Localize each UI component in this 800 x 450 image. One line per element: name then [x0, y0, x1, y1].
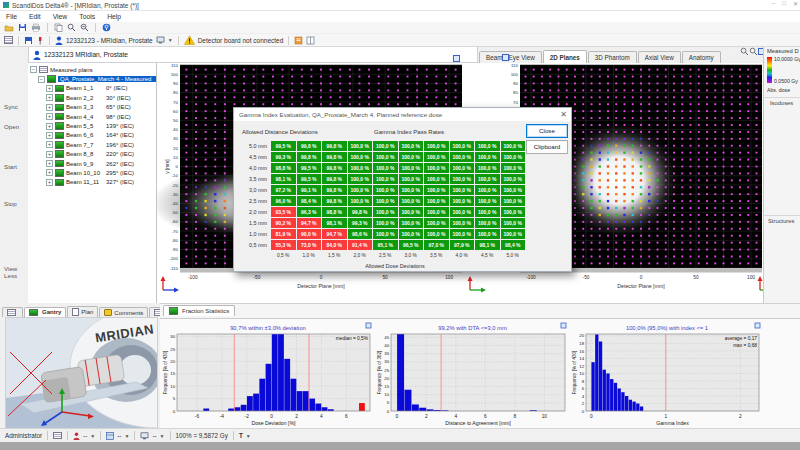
maximize-chart-icon[interactable] — [561, 323, 566, 328]
expand-icon[interactable]: + — [46, 160, 53, 167]
svg-text:6: 6 — [582, 386, 585, 391]
chevron-down-icon[interactable]: ▼ — [90, 433, 95, 439]
svg-text:Frequency [% of 430]: Frequency [% of 430] — [572, 351, 577, 395]
close-button[interactable]: Close — [526, 124, 568, 138]
expand-icon[interactable]: + — [46, 104, 53, 111]
tree-beam-row[interactable]: +Beam 3_365° (IEC) — [28, 103, 156, 112]
zoom-in-icon[interactable] — [740, 47, 749, 56]
tree-beam-row[interactable]: +Beam 8_8220° (IEC) — [28, 150, 156, 159]
pass-rate-cell: 90,2 % — [271, 218, 296, 228]
chevron-down-icon[interactable]: ▼ — [124, 433, 129, 439]
open-folder-icon[interactable] — [4, 23, 14, 32]
chevron-down-icon[interactable]: ▼ — [246, 433, 251, 439]
maximize-right-plot-icon[interactable] — [502, 54, 509, 61]
collapse-icon[interactable]: − — [38, 76, 45, 83]
menu-tools[interactable]: Tools — [73, 13, 101, 20]
pass-rate-cell: 100,0 % — [450, 152, 475, 162]
expand-icon[interactable]: + — [46, 85, 53, 92]
window-panels-icon[interactable] — [306, 36, 315, 45]
window-controls[interactable]: –□✕ — [772, 0, 798, 7]
maximize-left-plot-icon[interactable] — [453, 55, 460, 62]
action-open[interactable]: Open — [4, 123, 28, 130]
patient-selector[interactable]: 12332123 - MRIdian, Prostate — [66, 37, 153, 44]
beam-angle: 327° (IEC) — [106, 179, 134, 185]
monitor-icon — [140, 432, 149, 440]
help-icon[interactable] — [102, 23, 111, 32]
zoom-in-icon[interactable] — [67, 23, 76, 32]
layout-grid-icon[interactable] — [53, 432, 62, 440]
svg-text:4: 4 — [455, 414, 458, 419]
pass-rate-cell: 98,4 % — [501, 240, 526, 250]
tab-anatomy[interactable]: Anatomy — [682, 51, 721, 63]
layout-grid-icon[interactable] — [4, 36, 13, 44]
tab-plan[interactable]: Plan — [67, 306, 98, 317]
tab-axial-view[interactable]: Axial View — [638, 51, 681, 63]
expand-icon[interactable]: + — [46, 169, 53, 176]
expand-icon[interactable]: + — [46, 141, 53, 148]
menu-edit[interactable]: Edit — [23, 13, 47, 20]
pushpin-icon[interactable] — [36, 36, 44, 45]
monitor-icon[interactable] — [156, 36, 165, 44]
gantry-3d-view[interactable]: MRIDIAN — [5, 317, 158, 429]
collapse-icon[interactable]: − — [30, 66, 37, 73]
expand-icon[interactable]: + — [46, 123, 53, 130]
expand-icon[interactable]: + — [46, 113, 53, 120]
text-tool-icon[interactable]: T — [239, 432, 243, 439]
copy-icon[interactable] — [54, 23, 63, 32]
clipboard-button[interactable]: Clipboard — [526, 140, 568, 154]
tree-beam-row[interactable]: +Beam 6_6164° (IEC) — [28, 131, 156, 140]
dose-dev-label: 1,0 % — [297, 253, 322, 258]
tree-beam-row[interactable]: +Beam 9_9262° (IEC) — [28, 159, 156, 168]
zoom-out-icon[interactable] — [749, 47, 758, 56]
tab-fraction-statistics[interactable]: Fraction Statistics — [163, 305, 235, 316]
expand-icon[interactable]: + — [46, 132, 53, 139]
tree-plan-row[interactable]: −QA_Prostate_March 4 - Measured2019-03-1… — [28, 74, 156, 83]
fraction-statistics-panel: Fraction Statistics 051015202530-6-4-202… — [160, 303, 800, 429]
tree-beam-row[interactable]: +Beam 4_498° (IEC) — [28, 112, 156, 121]
expand-icon[interactable]: + — [46, 151, 53, 158]
tab-beam-s-eye-view[interactable]: Beam's Eye View — [479, 51, 542, 63]
tree-beam-row[interactable]: +Beam 10_10295° (IEC) — [28, 168, 156, 177]
svg-text:4: 4 — [320, 414, 323, 419]
tree-beam-row[interactable]: +Beam 2_230° (IEC) — [28, 93, 156, 102]
tree-beam-row[interactable]: +Beam 5_5139° (IEC) — [28, 121, 156, 130]
action-stop[interactable]: Stop — [4, 200, 28, 207]
histograms-area: 051015202530-6-4-20246Dose Deviation [%]… — [160, 318, 800, 430]
tree-beam-row[interactable]: +Beam 7_7196° (IEC) — [28, 140, 156, 149]
svg-text:8: 8 — [514, 414, 517, 419]
maximize-chart-icon[interactable] — [755, 323, 760, 328]
maximize-chart-icon[interactable] — [366, 323, 371, 328]
status-bar: Administrator -- ▼ -- ▼ -- ▼ 100% = 9,58… — [0, 428, 800, 442]
tab-comments[interactable]: Comments — [99, 307, 148, 317]
tree-beam-row[interactable]: +Beam 1_10° (IEC) — [28, 84, 156, 93]
svg-text:12: 12 — [579, 364, 584, 369]
plans-icon — [39, 66, 48, 74]
pass-rate-cell: 100,0 % — [424, 185, 449, 195]
menu-file[interactable]: File — [0, 13, 23, 20]
chevron-down-icon[interactable]: ▼ — [168, 37, 173, 43]
tree-root[interactable]: −Measured plans — [28, 65, 156, 74]
pass-rate-cell: 99,8 % — [297, 152, 322, 162]
tab-gantry[interactable]: Gantry — [24, 307, 66, 318]
expand-icon[interactable]: + — [46, 179, 53, 186]
menu-view[interactable]: View — [47, 13, 74, 20]
collapsed-tab[interactable] — [2, 307, 23, 318]
notebook-icon[interactable] — [294, 36, 303, 45]
close-icon[interactable]: ✕ — [560, 110, 567, 119]
pass-rate-cell: 100,0 % — [475, 185, 500, 195]
tree-beam-row[interactable]: +Beam 11_11327° (IEC) — [28, 178, 156, 187]
tab-3d-phantom[interactable]: 3D Phantom — [588, 51, 637, 63]
action-view-less[interactable]: View Less — [4, 265, 28, 279]
zoom-out-icon[interactable] — [80, 23, 89, 32]
tab-2d-planes[interactable]: 2D Planes — [543, 50, 587, 63]
save-icon[interactable] — [18, 23, 27, 32]
expand-icon[interactable]: + — [46, 94, 53, 101]
menu-help[interactable]: Help — [101, 13, 127, 20]
chevron-down-icon[interactable]: ▼ — [160, 433, 165, 439]
action-start[interactable]: Start — [4, 163, 28, 170]
dialog-title-bar[interactable]: Gamma Index Evaluation, QA_Prostate_Marc… — [234, 108, 571, 121]
print-icon[interactable] — [31, 23, 41, 32]
save-blue-icon[interactable] — [24, 36, 33, 45]
svg-text:0: 0 — [640, 275, 643, 280]
action-sync[interactable]: Sync — [4, 103, 28, 110]
